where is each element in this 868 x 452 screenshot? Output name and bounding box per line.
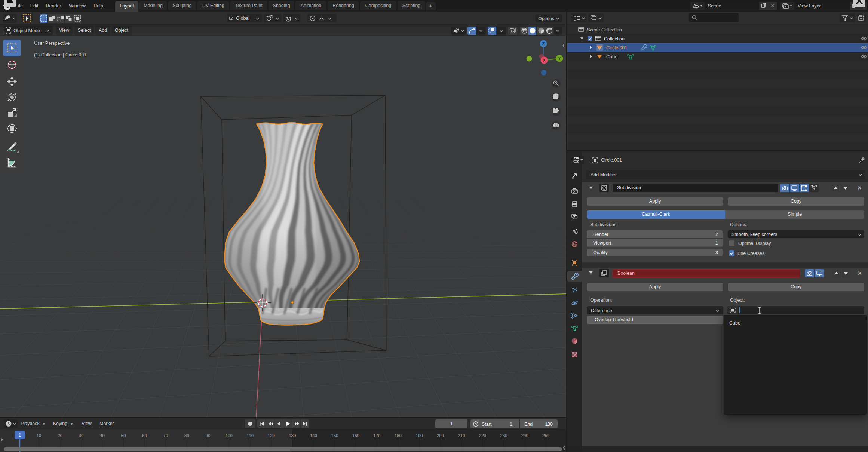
svg-text:60: 60 <box>142 433 147 438</box>
svg-text:End: End <box>524 422 533 427</box>
svg-text:130: 130 <box>289 433 296 438</box>
svg-text:1: 1 <box>19 433 21 438</box>
svg-text:240: 240 <box>521 433 528 438</box>
svg-text:Cube: Cube <box>606 54 617 59</box>
svg-text:250: 250 <box>542 433 549 438</box>
svg-text:40: 40 <box>100 433 105 438</box>
svg-text:190: 190 <box>415 433 423 438</box>
svg-text:80: 80 <box>184 433 189 438</box>
svg-text:70: 70 <box>163 433 168 438</box>
svg-text:30: 30 <box>79 433 84 438</box>
svg-text:Options: Options <box>538 16 554 21</box>
svg-text:Scene Collection: Scene Collection <box>587 27 622 33</box>
svg-text:140: 140 <box>310 433 317 438</box>
svg-text:Add Modifier: Add Modifier <box>591 172 617 178</box>
svg-text:220: 220 <box>479 433 486 438</box>
svg-text:160: 160 <box>352 433 359 438</box>
svg-text:Smooth, keep corners: Smooth, keep corners <box>731 232 777 237</box>
svg-text:50: 50 <box>121 433 126 438</box>
svg-text:230: 230 <box>500 433 507 438</box>
svg-text:1: 1 <box>510 422 512 427</box>
svg-text:Object Mode: Object Mode <box>13 28 40 33</box>
svg-text:Difference: Difference <box>591 308 612 313</box>
svg-text:Start: Start <box>482 422 492 427</box>
svg-text:20: 20 <box>58 433 62 438</box>
svg-text:Global: Global <box>236 16 249 21</box>
svg-text:Collection: Collection <box>604 36 625 41</box>
svg-text:200: 200 <box>437 433 444 438</box>
svg-text:Circle.001: Circle.001 <box>606 45 627 50</box>
svg-text:Z: Z <box>542 42 545 46</box>
svg-text:180: 180 <box>395 433 402 438</box>
svg-text:130: 130 <box>545 422 553 427</box>
svg-text:110: 110 <box>247 433 254 438</box>
svg-text:150: 150 <box>331 433 338 438</box>
svg-text:120: 120 <box>268 433 275 438</box>
svg-text:90: 90 <box>206 433 211 438</box>
svg-text:100: 100 <box>226 433 233 438</box>
svg-text:❮: ❮ <box>562 445 566 450</box>
svg-text:10: 10 <box>36 433 41 438</box>
svg-text:X: X <box>543 58 546 62</box>
svg-text:210: 210 <box>458 433 465 438</box>
svg-text:Y: Y <box>558 56 561 61</box>
svg-text:170: 170 <box>373 433 380 438</box>
